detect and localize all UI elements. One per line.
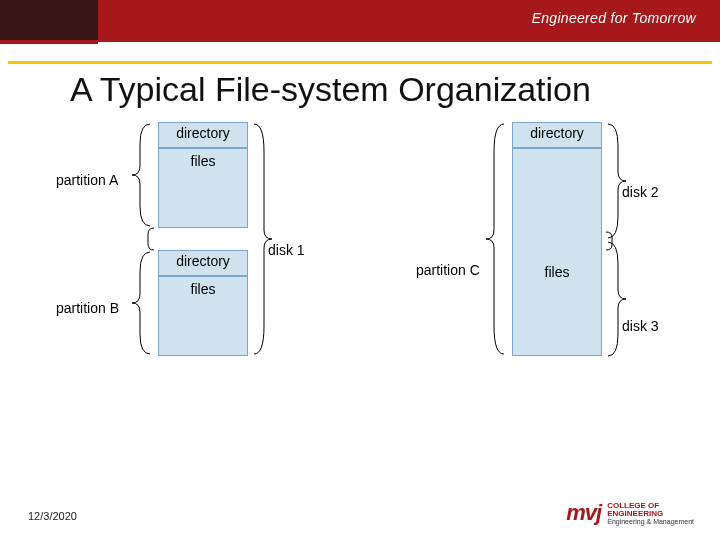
brace-disk-3 [604,240,632,358]
filesystem-diagram: directory files directory files director… [30,122,670,422]
brace-partition-b [126,250,154,356]
block-directory-c: directory [512,122,602,148]
header-divider [8,61,712,64]
block-directory-a: directory [158,122,248,148]
brace-join-right-top [248,226,264,252]
logo-text: COLLEGE OF ENGINEERING Engineering & Man… [607,502,694,526]
brace-disk-2 [604,122,632,240]
block-files-c: files [512,148,602,356]
header-dark-block [0,0,98,42]
footer-logo: mvj COLLEGE OF ENGINEERING Engineering &… [566,500,694,526]
label-partition-b: partition B [56,300,119,316]
brace-partition-c [480,122,508,356]
block-directory-b: directory [158,250,248,276]
header-tagline: Engineered for Tomorrow [532,10,696,26]
footer-date: 12/3/2020 [28,510,77,522]
header-accent [0,40,98,44]
brace-partition-a [126,122,154,228]
label-partition-a: partition A [56,172,118,188]
slide-title: A Typical File-system Organization [70,70,591,109]
block-files-b: files [158,276,248,356]
block-files-a: files [158,148,248,228]
brace-join-right [602,230,618,252]
brace-join-left [142,226,158,252]
label-partition-c: partition C [416,262,480,278]
logo-line2: ENGINEERING [607,509,663,518]
logo-line3: Engineering & Management [607,518,694,525]
logo-mark: mvj [566,500,601,526]
